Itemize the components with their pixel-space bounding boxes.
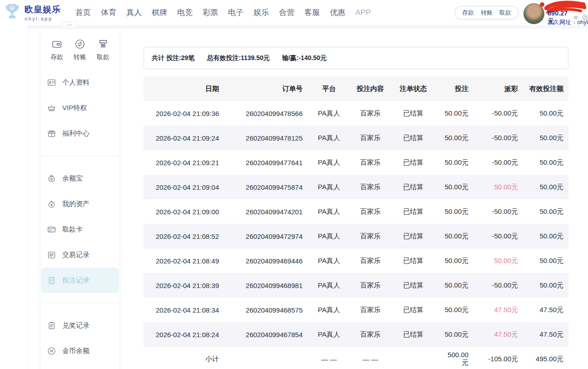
cell-platform: PA真人 bbox=[303, 126, 355, 150]
cell-status: 已结算 bbox=[385, 248, 441, 273]
wallet-action-withdraw[interactable]: 取款 bbox=[91, 38, 115, 61]
sidebar-collapse-handle[interactable] bbox=[61, 21, 78, 28]
sidebar-item-withdraw-card[interactable]: 取款卡 bbox=[41, 217, 119, 242]
sidebar-item-label: VIP特权 bbox=[62, 104, 87, 112]
cell-bet: 50.00元 bbox=[441, 101, 468, 126]
wallet-action-label: 存款 bbox=[50, 53, 63, 61]
subtotal-cell: 小计 bbox=[144, 347, 219, 369]
nav-item-esports[interactable]: 电竞 bbox=[177, 7, 193, 18]
cell-status: 已结算 bbox=[385, 224, 441, 248]
brand-domain: ohyl.app bbox=[25, 16, 61, 21]
sidebar-item-label: 取款卡 bbox=[62, 225, 83, 234]
withdraw-icon bbox=[97, 38, 109, 50]
cell-valid: 50.00元 bbox=[518, 150, 568, 175]
table-row: 2026-02-04 21:09:04260204099475874PA真人百家… bbox=[144, 175, 568, 199]
nav-item-partnership[interactable]: 合营 bbox=[279, 7, 294, 18]
nav-item-app[interactable]: APP bbox=[355, 8, 371, 17]
cell-date: 2026-02-04 21:08:52 bbox=[144, 224, 219, 248]
redeem-records-icon bbox=[47, 321, 56, 330]
nav-item-support[interactable]: 客服 bbox=[304, 7, 320, 18]
cell-bet: 50.00元 bbox=[441, 248, 468, 273]
quick-withdraw-button[interactable]: 取款 bbox=[499, 9, 511, 17]
menu-group-divider bbox=[41, 303, 119, 303]
table-row: 2026-02-04 21:09:24260204099478125PA真人百家… bbox=[144, 126, 568, 150]
quick-transfer-button[interactable]: 转账 bbox=[481, 9, 493, 17]
subtotal-cell: 495.00元 bbox=[518, 347, 568, 369]
wallet-action-transfer[interactable]: 转账 bbox=[69, 38, 92, 61]
cell-payout: -50.00元 bbox=[468, 273, 518, 298]
sidebar-item-vip-privileges[interactable]: VIP特权 bbox=[41, 95, 119, 121]
cell-payout: 47.50元 bbox=[468, 322, 518, 347]
cell-order: 260204099472974 bbox=[219, 224, 303, 248]
nav-item-home[interactable]: 首页 bbox=[75, 7, 91, 18]
cell-platform: PA真人 bbox=[303, 101, 355, 126]
cell-content: 百家乐 bbox=[355, 298, 385, 322]
cell-date: 2026-02-04 21:09:36 bbox=[144, 101, 219, 126]
quick-actions-pill: 存款转账取款 bbox=[454, 6, 519, 20]
nav-item-lottery[interactable]: 彩票 bbox=[203, 7, 218, 18]
column-header: 投注内容 bbox=[355, 76, 385, 101]
nav-item-live-casino[interactable]: 真人 bbox=[126, 7, 142, 18]
cell-content: 百家乐 bbox=[355, 322, 385, 347]
cell-platform: PA真人 bbox=[303, 248, 355, 273]
cell-status: 已结算 bbox=[385, 150, 441, 175]
nav-item-sports[interactable]: 体育 bbox=[101, 7, 116, 18]
summary-winloss: 输/赢:-140.50元 bbox=[282, 54, 327, 62]
summary-total: 共计 投注:29笔 bbox=[152, 54, 194, 62]
sidebar-item-message-center[interactable]: 消息中心3 bbox=[41, 364, 119, 369]
cell-platform: PA真人 bbox=[303, 175, 355, 199]
wallet-action-label: 取款 bbox=[97, 53, 110, 61]
welfare-center-icon bbox=[47, 129, 56, 138]
cell-bet: 50.00元 bbox=[441, 199, 468, 224]
sidebar-item-my-assets[interactable]: 我的资产 bbox=[41, 191, 119, 217]
menu-group-divider bbox=[41, 156, 119, 156]
table-row: 2026-02-04 21:08:39260204099468981PA真人百家… bbox=[144, 273, 568, 298]
wallet-action-label: 转账 bbox=[74, 53, 86, 61]
cell-valid: 50.00元 bbox=[518, 273, 568, 298]
quick-deposit-button[interactable]: 存款 bbox=[462, 9, 474, 17]
cell-status: 已结算 bbox=[385, 126, 441, 150]
brand-logo[interactable]: 欧皇娱乐 ohyl.app bbox=[3, 2, 61, 23]
cell-bet: 50.00元 bbox=[441, 224, 468, 248]
cell-payout: -50.00元 bbox=[468, 224, 518, 248]
sidebar-item-transaction-records[interactable]: 交易记录 bbox=[41, 242, 119, 268]
column-header: 派彩 bbox=[468, 76, 518, 101]
cell-payout: -50.00元 bbox=[468, 126, 518, 150]
sidebar-item-label: 交易记录 bbox=[62, 251, 90, 259]
sidebar-item-bet-records[interactable]: 投注记录 bbox=[41, 268, 119, 293]
cell-platform: PA真人 bbox=[303, 199, 355, 224]
sidebar-item-redeem-records[interactable]: 兑奖记录 bbox=[41, 313, 119, 338]
cell-platform: PA真人 bbox=[303, 150, 355, 175]
cell-order: 260204099469446 bbox=[219, 248, 303, 273]
nav-item-entertainment[interactable]: 娱乐 bbox=[254, 7, 269, 18]
cell-payout: 47.50元 bbox=[468, 298, 518, 322]
column-header: 有效投注额 bbox=[518, 76, 568, 101]
nav-item-promotions[interactable]: 优惠 bbox=[330, 7, 345, 18]
table-row: 2026-02-04 21:09:00260204099474201PA真人百家… bbox=[144, 199, 568, 224]
cell-platform: PA真人 bbox=[303, 322, 355, 347]
cell-payout: 50.00元 bbox=[468, 248, 518, 273]
sidebar-item-yuebao[interactable]: 余额宝 bbox=[41, 166, 119, 191]
bet-records-table: 日期订单号平台投注内容注单状态投注派彩有效投注额 2026-02-04 21:0… bbox=[144, 76, 568, 369]
cell-order: 260204099478566 bbox=[219, 101, 303, 126]
cell-valid: 50.00元 bbox=[518, 101, 568, 126]
sidebar-item-profile[interactable]: 个人资料 bbox=[41, 70, 119, 95]
cell-status: 已结算 bbox=[385, 101, 441, 126]
nav-item-chess-cards[interactable]: 棋牌 bbox=[152, 7, 167, 18]
content: 共计 投注:29笔 总有效投注:1139.50元 输/赢:-140.50元 日期… bbox=[144, 47, 568, 369]
sidebar-divider-line bbox=[28, 25, 29, 369]
table-row: 2026-02-04 21:08:52260204099472974PA真人百家… bbox=[144, 224, 568, 248]
nav-item-slots[interactable]: 电子 bbox=[228, 7, 244, 18]
cell-valid: 47.50元 bbox=[518, 298, 568, 322]
wallet-action-deposit[interactable]: 存款 bbox=[45, 38, 69, 61]
top-navbar: 欧皇娱乐 ohyl.app 首页体育真人棋牌电竞彩票电子娱乐合营客服优惠APP … bbox=[0, 0, 588, 25]
subtotal-row: 小计— —— —500.00元-105.00元495.00元 bbox=[144, 347, 568, 369]
transfer-icon bbox=[74, 38, 86, 50]
sidebar-item-welfare-center[interactable]: 福利中心 bbox=[41, 121, 119, 146]
cell-status: 已结算 bbox=[385, 273, 441, 298]
vip-privileges-icon bbox=[47, 103, 56, 113]
sidebar-item-label: 福利中心 bbox=[62, 129, 90, 138]
column-header: 订单号 bbox=[219, 76, 303, 101]
cell-date: 2026-02-04 21:08:39 bbox=[144, 273, 219, 298]
sidebar-item-coin-balance[interactable]: 金币余额 bbox=[41, 338, 119, 364]
